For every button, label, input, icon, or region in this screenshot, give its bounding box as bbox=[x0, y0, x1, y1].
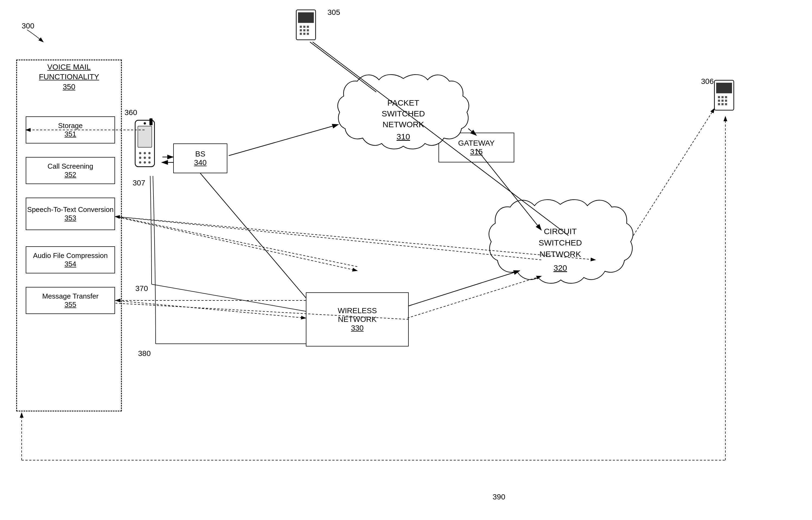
svg-rect-16 bbox=[300, 33, 302, 35]
speech-box: Speech-To-Text Conversion 353 bbox=[26, 198, 115, 230]
svg-rect-26 bbox=[725, 100, 727, 102]
svg-point-32 bbox=[144, 122, 146, 125]
svg-rect-28 bbox=[722, 103, 724, 105]
svg-line-53 bbox=[115, 301, 306, 318]
audio-ref: 354 bbox=[64, 260, 76, 268]
svg-rect-18 bbox=[307, 33, 309, 35]
svg-text:SWITCHED: SWITCHED bbox=[539, 238, 582, 247]
bs-box: BS 340 bbox=[173, 144, 227, 173]
phone-306-icon bbox=[712, 78, 742, 114]
svg-rect-9 bbox=[298, 12, 314, 23]
svg-rect-22 bbox=[722, 96, 724, 98]
svg-line-46 bbox=[229, 125, 338, 156]
svg-rect-25 bbox=[722, 100, 724, 102]
ref-305: 305 bbox=[328, 8, 340, 17]
svg-line-51 bbox=[116, 216, 357, 267]
diagram: 300 VOICE MAIL FUNCTIONALITY 350 Storage… bbox=[0, 0, 812, 520]
wireless-label: WIRELESS bbox=[338, 306, 377, 315]
svg-line-60 bbox=[633, 108, 714, 235]
svg-point-33 bbox=[139, 152, 141, 154]
svg-point-34 bbox=[144, 152, 146, 154]
vmf-ref: 350 bbox=[63, 83, 76, 91]
svg-rect-24 bbox=[718, 100, 720, 102]
svg-text:CIRCUIT: CIRCUIT bbox=[544, 227, 577, 236]
svg-point-37 bbox=[144, 157, 146, 159]
callscreening-ref: 352 bbox=[64, 171, 76, 179]
svg-point-36 bbox=[139, 157, 141, 159]
svg-text:PACKET: PACKET bbox=[387, 98, 419, 107]
gateway-ref: 315 bbox=[470, 148, 483, 156]
svg-point-40 bbox=[144, 161, 146, 164]
svg-point-35 bbox=[148, 152, 151, 154]
svg-point-41 bbox=[148, 161, 151, 164]
svg-rect-15 bbox=[307, 29, 309, 31]
storage-label: Storage bbox=[58, 122, 83, 130]
svg-rect-12 bbox=[307, 26, 309, 28]
ref-306: 306 bbox=[701, 77, 714, 86]
svg-rect-31 bbox=[138, 126, 152, 148]
svg-text:310: 310 bbox=[396, 132, 410, 141]
svg-line-65 bbox=[200, 173, 306, 298]
svg-rect-21 bbox=[718, 96, 720, 98]
svg-rect-29 bbox=[725, 103, 727, 105]
svg-point-39 bbox=[139, 161, 141, 164]
wireless-ref: 330 bbox=[351, 324, 364, 332]
storage-ref: 351 bbox=[64, 130, 76, 138]
svg-text:NETWORK: NETWORK bbox=[383, 120, 424, 129]
svg-rect-20 bbox=[716, 83, 732, 94]
ref-390: 390 bbox=[493, 493, 505, 501]
vmf-title: VOICE MAIL FUNCTIONALITY 350 bbox=[20, 62, 118, 92]
svg-rect-13 bbox=[300, 29, 302, 31]
wireless-box: WIRELESS NETWORK 330 bbox=[306, 292, 409, 346]
storage-box: Storage 351 bbox=[26, 116, 115, 144]
mobile-307-icon bbox=[129, 116, 161, 171]
wireless-label2: NETWORK bbox=[338, 315, 376, 324]
svg-line-50 bbox=[115, 216, 357, 271]
packet-switched-cloud: PACKET SWITCHED NETWORK 310 bbox=[336, 65, 471, 168]
svg-rect-11 bbox=[304, 26, 306, 28]
svg-line-55 bbox=[152, 284, 306, 311]
ref-360: 360 bbox=[125, 108, 137, 117]
svg-rect-23 bbox=[725, 96, 727, 98]
svg-text:SWITCHED: SWITCHED bbox=[382, 109, 425, 118]
audio-box: Audio File Compression 354 bbox=[26, 246, 115, 274]
callscreening-label: Call Screening bbox=[47, 162, 93, 171]
svg-text:NETWORK: NETWORK bbox=[540, 250, 581, 259]
msg-ref: 355 bbox=[64, 301, 76, 309]
ref-370: 370 bbox=[135, 284, 148, 293]
msg-label: Message Transfer bbox=[42, 292, 99, 301]
ref-307: 307 bbox=[133, 179, 145, 187]
ref-380: 380 bbox=[138, 349, 151, 358]
phone-305-icon bbox=[294, 8, 323, 43]
svg-rect-14 bbox=[304, 29, 306, 31]
ref-300: 300 bbox=[22, 22, 34, 30]
vmf-title-text: VOICE MAIL FUNCTIONALITY bbox=[39, 63, 99, 81]
circuit-switched-cloud: CIRCUIT SWITCHED NETWORK 320 bbox=[487, 189, 633, 303]
svg-rect-10 bbox=[300, 26, 302, 28]
svg-text:320: 320 bbox=[553, 263, 567, 272]
vmf-box bbox=[16, 59, 122, 412]
audio-label: Audio File Compression bbox=[33, 252, 108, 260]
svg-line-52 bbox=[116, 216, 541, 260]
bs-ref: 340 bbox=[194, 158, 207, 167]
svg-rect-42 bbox=[150, 118, 152, 125]
svg-rect-27 bbox=[718, 103, 720, 105]
message-transfer-box: Message Transfer 355 bbox=[26, 287, 115, 314]
speech-ref: 353 bbox=[64, 214, 76, 222]
callscreening-box: Call Screening 352 bbox=[26, 157, 115, 184]
bs-label: BS bbox=[195, 150, 205, 158]
svg-rect-17 bbox=[304, 33, 306, 35]
speech-label: Speech-To-Text Conversion bbox=[27, 205, 113, 214]
svg-point-38 bbox=[148, 157, 151, 159]
